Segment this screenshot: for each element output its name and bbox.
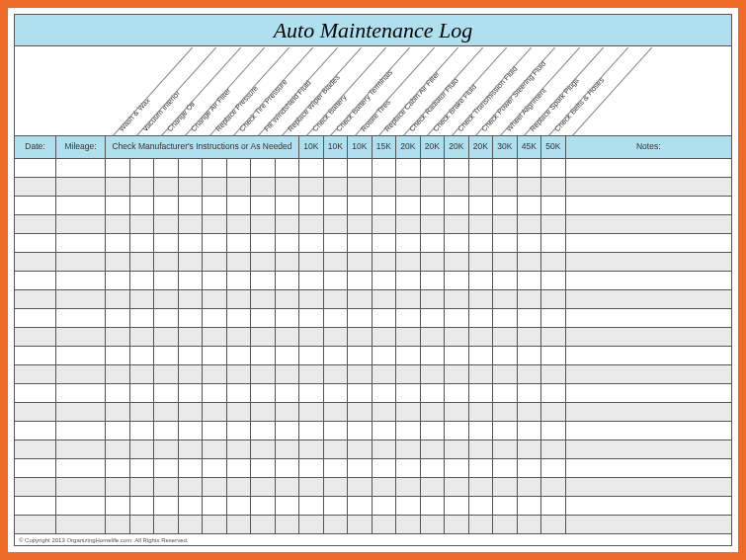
cell-task[interactable]	[130, 347, 155, 364]
cell-task[interactable]	[348, 422, 373, 440]
cell-task[interactable]	[445, 516, 469, 533]
cell-task[interactable]	[276, 197, 300, 214]
cell-notes[interactable]	[566, 328, 732, 346]
cell-task[interactable]	[276, 253, 300, 271]
cell-task[interactable]	[421, 516, 446, 533]
cell-task[interactable]	[373, 159, 397, 177]
cell-task[interactable]	[541, 215, 566, 233]
cell-task[interactable]	[421, 215, 446, 233]
cell-task[interactable]	[106, 422, 130, 440]
cell-task[interactable]	[251, 403, 276, 421]
cell-task[interactable]	[276, 516, 300, 533]
cell-task[interactable]	[299, 516, 324, 533]
cell-task[interactable]	[227, 459, 252, 477]
cell-task[interactable]	[251, 422, 276, 440]
cell-task[interactable]	[179, 403, 204, 421]
cell-task[interactable]	[154, 365, 179, 383]
cell-task[interactable]	[421, 478, 446, 496]
cell-task[interactable]	[421, 309, 446, 327]
cell-task[interactable]	[324, 440, 349, 458]
cell-task[interactable]	[421, 403, 446, 421]
cell-task[interactable]	[299, 272, 324, 289]
cell-task[interactable]	[227, 253, 252, 271]
cell-task[interactable]	[348, 347, 373, 364]
cell-task[interactable]	[154, 497, 179, 515]
cell-task[interactable]	[251, 159, 276, 177]
cell-task[interactable]	[541, 459, 566, 477]
cell-task[interactable]	[445, 215, 469, 233]
cell-task[interactable]	[493, 178, 518, 196]
cell-task[interactable]	[324, 478, 349, 496]
cell-task[interactable]	[493, 365, 518, 383]
cell-task[interactable]	[493, 422, 518, 440]
cell-task[interactable]	[348, 328, 373, 346]
cell-task[interactable]	[493, 215, 518, 233]
cell-task[interactable]	[348, 309, 373, 327]
cell-task[interactable]	[324, 497, 349, 515]
cell-task[interactable]	[518, 215, 542, 233]
cell-task[interactable]	[373, 234, 397, 252]
cell-task[interactable]	[130, 422, 155, 440]
cell-task[interactable]	[203, 178, 227, 196]
cell-task[interactable]	[518, 290, 542, 308]
cell-task[interactable]	[179, 516, 204, 533]
cell-task[interactable]	[251, 478, 276, 496]
cell-date[interactable]	[15, 272, 56, 289]
cell-task[interactable]	[106, 234, 130, 252]
cell-notes[interactable]	[566, 497, 732, 515]
cell-mileage[interactable]	[56, 365, 106, 383]
cell-task[interactable]	[541, 234, 566, 252]
cell-task[interactable]	[493, 272, 518, 289]
cell-task[interactable]	[469, 197, 494, 214]
cell-task[interactable]	[373, 497, 397, 515]
cell-task[interactable]	[106, 459, 130, 477]
cell-task[interactable]	[518, 459, 542, 477]
cell-task[interactable]	[541, 440, 566, 458]
cell-mileage[interactable]	[56, 478, 106, 496]
cell-task[interactable]	[154, 159, 179, 177]
cell-date[interactable]	[15, 478, 56, 496]
cell-task[interactable]	[541, 253, 566, 271]
cell-task[interactable]	[203, 347, 227, 364]
cell-task[interactable]	[203, 159, 227, 177]
cell-task[interactable]	[518, 384, 542, 402]
cell-mileage[interactable]	[56, 178, 106, 196]
cell-task[interactable]	[493, 478, 518, 496]
cell-task[interactable]	[469, 234, 494, 252]
cell-task[interactable]	[203, 234, 227, 252]
cell-task[interactable]	[445, 272, 469, 289]
cell-task[interactable]	[276, 365, 300, 383]
cell-task[interactable]	[203, 215, 227, 233]
cell-task[interactable]	[469, 440, 494, 458]
cell-task[interactable]	[518, 253, 542, 271]
cell-task[interactable]	[396, 309, 421, 327]
cell-task[interactable]	[469, 178, 494, 196]
cell-task[interactable]	[396, 384, 421, 402]
cell-task[interactable]	[227, 347, 252, 364]
cell-task[interactable]	[179, 234, 204, 252]
cell-task[interactable]	[251, 459, 276, 477]
cell-task[interactable]	[445, 328, 469, 346]
cell-date[interactable]	[15, 403, 56, 421]
cell-task[interactable]	[227, 422, 252, 440]
cell-task[interactable]	[299, 365, 324, 383]
cell-task[interactable]	[493, 197, 518, 214]
cell-task[interactable]	[251, 384, 276, 402]
cell-task[interactable]	[421, 197, 446, 214]
cell-task[interactable]	[276, 440, 300, 458]
cell-task[interactable]	[154, 384, 179, 402]
cell-mileage[interactable]	[56, 290, 106, 308]
cell-task[interactable]	[373, 459, 397, 477]
cell-task[interactable]	[373, 440, 397, 458]
cell-task[interactable]	[179, 253, 204, 271]
cell-task[interactable]	[421, 159, 446, 177]
cell-task[interactable]	[445, 290, 469, 308]
cell-task[interactable]	[130, 234, 155, 252]
cell-task[interactable]	[541, 290, 566, 308]
cell-task[interactable]	[348, 159, 373, 177]
cell-task[interactable]	[299, 253, 324, 271]
cell-task[interactable]	[130, 197, 155, 214]
cell-task[interactable]	[203, 440, 227, 458]
cell-task[interactable]	[518, 328, 542, 346]
cell-task[interactable]	[251, 253, 276, 271]
